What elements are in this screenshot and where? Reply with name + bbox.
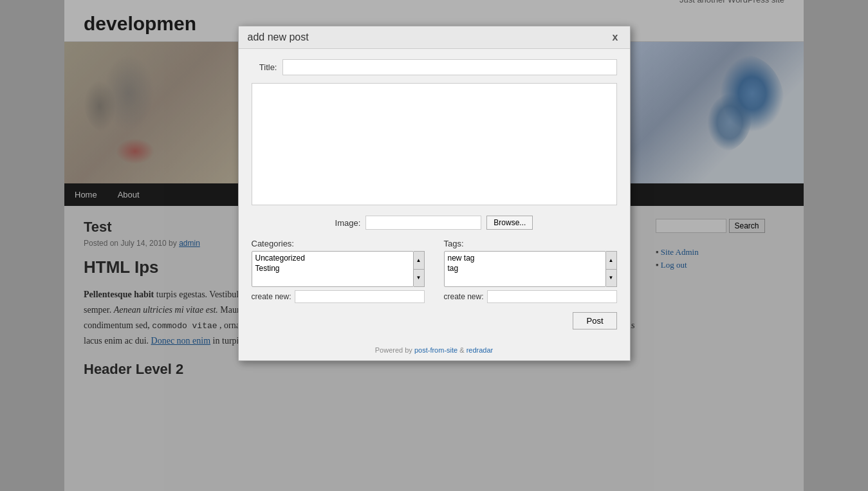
image-label: Image:: [335, 218, 361, 228]
tags-scroll-up[interactable]: ▲: [606, 252, 616, 270]
create-new-tag-row: create new:: [444, 290, 617, 303]
tag-option: tag: [446, 263, 604, 273]
category-option: Uncategorized: [254, 253, 412, 263]
create-new-tag-label: create new:: [444, 292, 484, 301]
modal-header: add new post x: [239, 26, 630, 49]
create-new-category-label: create new:: [252, 292, 291, 301]
post-content-textarea[interactable]: [252, 83, 617, 205]
modal-overlay: add new post x Title: Image: Browse...: [0, 0, 868, 491]
image-path-input[interactable]: [365, 216, 481, 230]
categories-label: Categories:: [252, 239, 425, 248]
footer-amp: &: [459, 346, 466, 354]
categories-scroll-up[interactable]: ▲: [414, 252, 424, 270]
category-option: Testing: [254, 263, 412, 273]
post-submit-button[interactable]: Post: [573, 312, 616, 329]
categories-listbox-wrap: Uncategorized Testing ▲ ▼: [252, 251, 425, 287]
add-post-modal: add new post x Title: Image: Browse...: [238, 26, 631, 361]
modal-body: Title: Image: Browse... Categories: Unca: [239, 49, 630, 346]
tags-section: Tags: new tag tag ▲ ▼ create new:: [444, 239, 617, 303]
categories-scroll-down[interactable]: ▼: [414, 270, 424, 287]
footer-powered-by: Powered by: [375, 346, 412, 354]
footer-link-2[interactable]: redradar: [466, 346, 494, 354]
form-image-row: Image: Browse...: [252, 216, 617, 230]
create-new-category-input[interactable]: [295, 290, 425, 303]
create-new-category-row: create new:: [252, 290, 425, 303]
categories-scroll: ▲ ▼: [414, 251, 425, 287]
footer-link-1[interactable]: post-from-site: [414, 346, 457, 354]
create-new-tag-input[interactable]: [487, 290, 617, 303]
title-label: Title:: [252, 62, 277, 72]
tag-option: new tag: [446, 253, 604, 263]
post-title-input[interactable]: [282, 59, 617, 75]
tags-label: Tags:: [444, 239, 617, 248]
categories-listbox[interactable]: Uncategorized Testing: [252, 251, 414, 287]
tags-listbox[interactable]: new tag tag: [444, 251, 606, 287]
form-post-row: Post: [252, 312, 617, 329]
tags-listbox-wrap: new tag tag ▲ ▼: [444, 251, 617, 287]
browse-button[interactable]: Browse...: [486, 216, 533, 230]
modal-footer: Powered by post-from-site & redradar: [239, 346, 630, 360]
modal-close-button[interactable]: x: [610, 32, 621, 42]
form-categories-tags: Categories: Uncategorized Testing ▲ ▼ cr…: [252, 239, 617, 303]
form-title-row: Title:: [252, 59, 617, 75]
tags-scroll-down[interactable]: ▼: [606, 270, 616, 287]
modal-title: add new post: [248, 32, 309, 43]
categories-section: Categories: Uncategorized Testing ▲ ▼ cr…: [252, 239, 425, 303]
tags-scroll: ▲ ▼: [606, 251, 617, 287]
